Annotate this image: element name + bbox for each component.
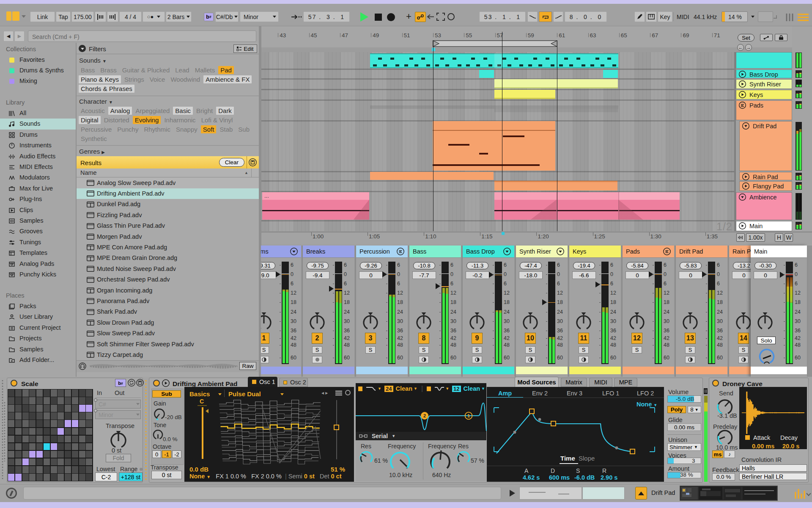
svg-text:1: 1 bbox=[467, 413, 470, 418]
svg-text:2: 2 bbox=[423, 413, 426, 418]
